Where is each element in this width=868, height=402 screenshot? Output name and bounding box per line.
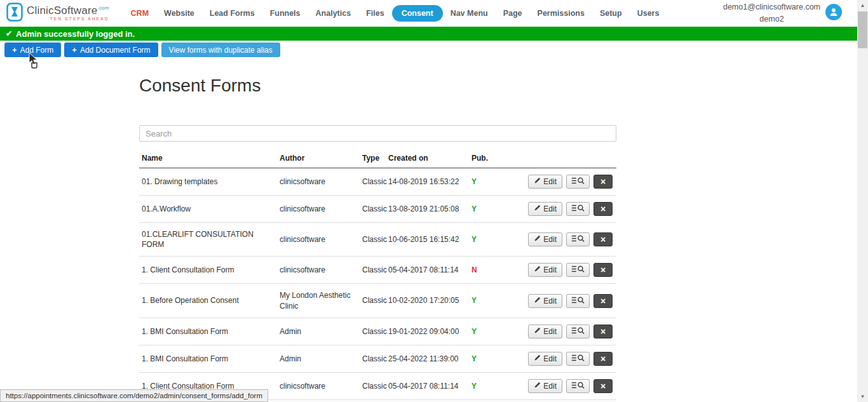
edit-button[interactable]: Edit [528, 202, 562, 216]
header-type: Type [360, 149, 386, 168]
close-icon: × [600, 354, 606, 364]
header-pub: Pub. [469, 149, 522, 168]
table-body: 01. Drawing templatesclinicsoftwareClass… [139, 168, 616, 402]
cell-created-on: 05-04-2017 08:11:14 [386, 372, 469, 399]
main-nav: CRMWebsiteLead FormsFunnelsAnalyticsFile… [123, 5, 723, 22]
delete-button[interactable]: × [593, 294, 613, 308]
delete-button[interactable]: × [593, 232, 613, 246]
hourglass-logo-icon [6, 3, 23, 24]
cell-actions: Edit× [522, 345, 616, 372]
status-url: https://appointments.clinicsoftware.com/… [0, 389, 268, 402]
cell-type: Classic [360, 168, 386, 196]
header-created-on: Created on [386, 149, 469, 168]
nav-item-permissions[interactable]: Permissions [530, 5, 592, 22]
scroll-down-icon[interactable]: ▼ [857, 391, 868, 402]
edit-button[interactable]: Edit [528, 294, 562, 308]
cell-type: Classic [360, 223, 386, 257]
account-company: demo2 [723, 13, 820, 25]
cell-type: Classic [360, 196, 386, 223]
main-content: Consent Forms Name Author Type Created o… [139, 76, 616, 402]
nav-item-setup[interactable]: Setup [592, 5, 630, 22]
user-avatar-icon[interactable] [825, 4, 842, 20]
edit-button[interactable]: Edit [528, 232, 562, 246]
delete-button[interactable]: × [593, 379, 613, 393]
vertical-scrollbar[interactable]: ▲ ▼ [857, 0, 868, 402]
entries-search-button[interactable] [566, 325, 590, 338]
cell-type: Classic [360, 372, 386, 399]
cell-pub: Y [469, 318, 522, 345]
delete-button[interactable]: × [593, 325, 613, 338]
close-icon: × [600, 234, 606, 245]
nav-item-consent[interactable]: Consent [392, 5, 443, 22]
cell-created-on: 05-04-2017 08:11:14 [386, 257, 469, 284]
cell-pub: Y [469, 372, 522, 399]
cell-created-on: 25-04-2022 11:39:00 [386, 345, 469, 372]
table-row: 1. BMI Consultation FormAdminClassic25-0… [139, 345, 616, 372]
add-document-form-button[interactable]: + Add Document Form [64, 43, 158, 57]
header-author: Author [277, 149, 360, 168]
edit-button[interactable]: Edit [528, 263, 562, 277]
cell-pub: Y [469, 168, 522, 196]
nav-item-funnels[interactable]: Funnels [262, 5, 308, 22]
cell-type: Classic [360, 284, 386, 318]
logo[interactable]: ClinicSoftware.com TEN STEPS AHEAD [6, 3, 109, 24]
delete-button[interactable]: × [593, 352, 613, 366]
cell-author: clinicsoftware [277, 196, 360, 223]
list-magnifier-icon [571, 177, 585, 187]
entries-search-button[interactable] [566, 352, 590, 366]
entries-search-button[interactable] [566, 263, 590, 277]
entries-search-button[interactable] [566, 175, 590, 189]
cell-type: Classic [360, 318, 386, 345]
pencil-icon [534, 382, 541, 391]
nav-item-analytics[interactable]: Analytics [308, 5, 359, 22]
cell-created-on: 19-01-2022 09:04:00 [386, 318, 469, 345]
nav-item-lead-forms[interactable]: Lead Forms [202, 5, 262, 22]
entries-search-button[interactable] [566, 232, 590, 246]
edit-button[interactable]: Edit [528, 379, 562, 393]
header-actions [522, 149, 616, 168]
account-email: demo1@clinicsoftware.com [723, 1, 820, 13]
cell-author: clinicsoftware [277, 399, 360, 402]
table-row: 1. Before Operation ConsentMy London Aes… [139, 284, 616, 318]
edit-button[interactable]: Edit [528, 175, 562, 189]
nav-item-website[interactable]: Website [156, 5, 202, 22]
cell-author: clinicsoftware [277, 223, 360, 257]
scroll-up-icon[interactable]: ▲ [857, 0, 868, 11]
delete-button[interactable]: × [593, 263, 613, 277]
delete-button[interactable]: × [593, 202, 613, 216]
entries-search-button[interactable] [566, 202, 590, 216]
scrollbar-thumb[interactable] [858, 11, 867, 48]
view-duplicate-alias-button[interactable]: View forms with duplicate alias [161, 43, 280, 57]
entries-search-button[interactable] [566, 294, 590, 308]
nav-item-users[interactable]: Users [630, 5, 667, 22]
cell-name: 01. Drawing templates [139, 168, 277, 196]
list-magnifier-icon [571, 204, 585, 214]
nav-item-page[interactable]: Page [496, 5, 530, 22]
cell-pub: Y [469, 399, 522, 402]
pencil-icon [534, 327, 541, 336]
list-magnifier-icon [571, 326, 585, 337]
nav-item-files[interactable]: Files [358, 5, 392, 22]
cell-author: clinicsoftware [277, 372, 360, 399]
edit-button[interactable]: Edit [528, 352, 562, 366]
nav-item-crm[interactable]: CRM [123, 5, 156, 22]
cell-actions: Edit× [522, 168, 616, 196]
delete-button[interactable]: × [593, 175, 613, 189]
success-banner: ✔ Admin successfully logged in. [0, 27, 857, 41]
entries-search-button[interactable] [566, 379, 590, 393]
cell-pub: Y [469, 345, 522, 372]
pencil-icon [534, 265, 541, 274]
cell-type: Classic [360, 399, 386, 402]
cell-actions: Edit× [522, 318, 616, 345]
table-row: 1. Client Consultation Formclinicsoftwar… [139, 257, 616, 284]
edit-button[interactable]: Edit [528, 325, 562, 338]
search-input[interactable] [139, 125, 616, 142]
cell-actions: Edit× [522, 257, 616, 284]
cell-author: Admin [277, 318, 360, 345]
table-row: 1. BMI Consultation FormAdminClassic19-0… [139, 318, 616, 345]
cell-name: 01.A.Workflow [139, 196, 277, 223]
pencil-icon [534, 204, 541, 213]
cell-name: 1. Before Operation Consent [139, 284, 277, 318]
nav-item-nav-menu[interactable]: Nav Menu [443, 5, 496, 22]
cell-actions: Edit× [522, 196, 616, 223]
